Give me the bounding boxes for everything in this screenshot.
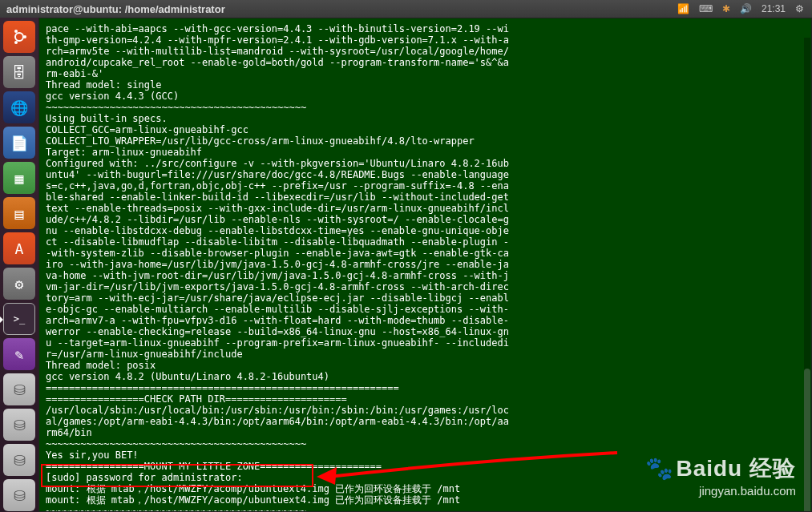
launcher-drive-1[interactable]: ⛁ [3,373,35,405]
launcher-files[interactable]: 🗄 [3,56,35,88]
titlebar: administrator@ubuntu: /home/administrato… [0,0,812,18]
launcher-impress[interactable]: ▤ [3,197,35,229]
svg-point-2 [14,30,18,33]
launcher-drive-2[interactable]: ⛁ [3,409,35,441]
launcher-drive-4[interactable]: ⛁ [3,479,35,511]
status-area: 📶 ⌨ ✱ 🔊 21:31 ⚙ [677,3,812,14]
launcher-qt-app[interactable]: ✎ [3,338,35,370]
scrollbar-thumb[interactable] [804,369,810,512]
bug-icon[interactable]: ✱ [722,3,730,14]
launcher-dash[interactable] [3,21,35,53]
svg-point-1 [23,35,26,38]
gear-icon[interactable]: ⚙ [795,3,804,14]
scrollbar[interactable] [804,38,810,512]
terminal-body[interactable]: pace --with-abi=aapcs --with-gcc-version… [39,18,811,512]
clock[interactable]: 21:31 [762,3,786,14]
launcher-drive-3[interactable]: ⛁ [3,444,35,476]
launcher-writer[interactable]: 📄 [3,127,35,159]
launcher-calc[interactable]: ▦ [3,162,35,194]
launcher: 🗄 🌐 📄 ▦ ▤ A ⚙ >_ ✎ ⛁ ⛁ ⛁ ⛁ [0,18,38,512]
launcher-software-center[interactable]: A [3,232,35,264]
launcher-terminal[interactable]: >_ [3,303,35,335]
window-title: administrator@ubuntu: /home/administrato… [6,3,677,15]
network-icon[interactable]: 📶 [677,3,689,14]
svg-point-0 [15,33,23,41]
launcher-settings[interactable]: ⚙ [3,268,35,300]
sound-icon[interactable]: 🔊 [740,3,752,14]
launcher-firefox[interactable]: 🌐 [3,91,35,123]
terminal-window[interactable]: pace --with-abi=aapcs --with-gcc-version… [38,18,812,512]
keyboard-icon[interactable]: ⌨ [699,3,713,14]
svg-point-3 [14,41,18,44]
